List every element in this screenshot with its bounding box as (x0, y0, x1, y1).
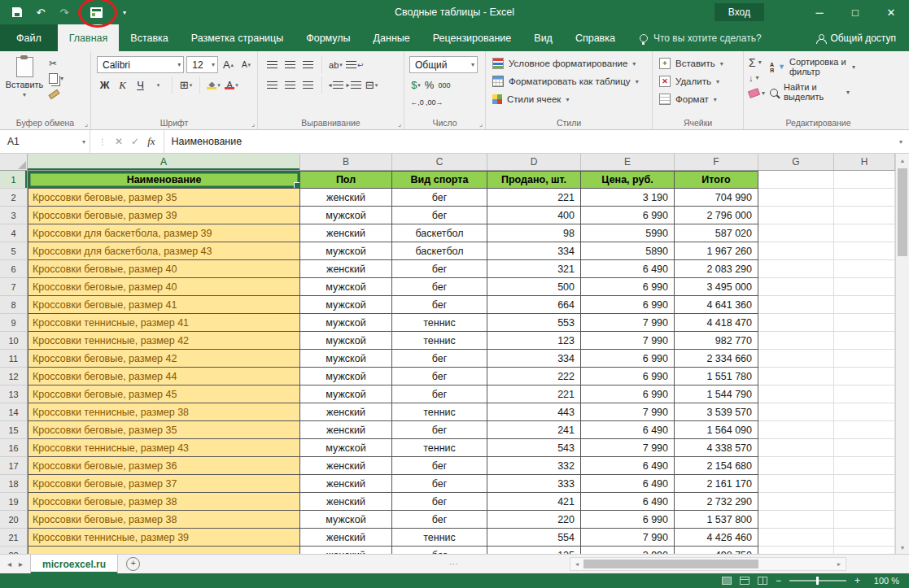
cell[interactable]: 553 (487, 314, 581, 332)
cell[interactable] (758, 421, 834, 439)
column-header-C[interactable]: C (392, 154, 487, 170)
row-number[interactable]: 12 (0, 368, 28, 385)
select-all-corner[interactable] (0, 154, 28, 170)
cell[interactable]: теннис (392, 403, 487, 421)
vertical-scroll-thumb[interactable] (898, 168, 907, 256)
cell[interactable]: Кроссовки беговые, размер 35 (28, 421, 300, 439)
cell[interactable] (758, 260, 834, 278)
cell[interactable]: Кроссовки беговые, размер 39 (28, 207, 300, 224)
decrease-decimal-button[interactable]: ,00→ (426, 94, 444, 111)
cell[interactable]: 6 990 (581, 511, 675, 529)
cell[interactable]: женский (300, 529, 392, 547)
column-header-A[interactable]: A (28, 154, 300, 170)
cell[interactable]: Кроссовки беговые, размер 40 (28, 278, 300, 296)
cell[interactable]: бег (392, 207, 487, 224)
cell[interactable]: 498 750 (675, 547, 758, 554)
cell[interactable] (758, 457, 834, 475)
formula-input[interactable]: Наименование (164, 130, 893, 153)
tab-Рецензирование[interactable]: Рецензирование (422, 24, 523, 51)
row-number[interactable]: 8 (0, 296, 28, 314)
cell[interactable] (758, 296, 834, 314)
cell[interactable]: Кроссовки беговые, размер 35 (28, 189, 300, 207)
underline-button[interactable]: Ч (133, 77, 148, 94)
cell[interactable]: женский (300, 457, 392, 475)
cell[interactable]: 2 154 680 (675, 457, 758, 475)
cell[interactable]: теннис (392, 332, 487, 350)
cell[interactable]: Кроссовки для баскетбола, размер 39 (28, 224, 300, 242)
cell[interactable] (834, 171, 895, 189)
increase-decimal-button[interactable]: ←,0 (409, 94, 425, 111)
cell[interactable]: бег (392, 511, 487, 529)
vertical-scrollbar[interactable]: ▲ ▼ (895, 154, 909, 554)
cell[interactable]: женский (300, 224, 392, 242)
align-bottom-button[interactable] (300, 57, 316, 73)
normal-view-icon[interactable] (722, 577, 732, 585)
cell[interactable] (834, 529, 895, 547)
row-number[interactable]: 14 (0, 403, 28, 421)
cell[interactable] (834, 457, 895, 475)
cell[interactable]: 7 990 (581, 403, 675, 421)
page-break-view-icon[interactable] (758, 577, 767, 585)
cell[interactable]: Кроссовки теннисные, размер 41 (28, 314, 300, 332)
cell[interactable]: мужской (300, 368, 392, 385)
row-number[interactable]: 13 (0, 385, 28, 403)
cell[interactable]: 587 020 (675, 224, 758, 242)
cell[interactable] (758, 385, 834, 403)
cell[interactable]: 220 (487, 511, 581, 529)
wrap-text-button[interactable]: ↩ (346, 57, 364, 73)
cell[interactable]: Вид спорта (392, 171, 487, 189)
cell[interactable]: мужской (300, 296, 392, 314)
confirm-entry-button[interactable]: ✓ (131, 136, 139, 147)
row-number[interactable]: 2 (0, 189, 28, 207)
cell[interactable]: бег (392, 260, 487, 278)
cell[interactable]: Кроссовки для баскетбола, размер 43 (28, 242, 300, 260)
cell[interactable]: 2 161 170 (675, 475, 758, 493)
page-layout-view-icon[interactable] (740, 577, 749, 585)
cell[interactable] (758, 547, 834, 554)
cell[interactable]: 6 990 (581, 385, 675, 403)
undo-button[interactable]: ↶ (33, 5, 48, 20)
cell[interactable] (834, 547, 895, 554)
cell[interactable]: мужской (300, 511, 392, 529)
align-center-button[interactable] (282, 77, 298, 94)
tab-Главная[interactable]: Главная (58, 24, 120, 51)
row-number[interactable]: 4 (0, 224, 28, 242)
cell[interactable]: 1 551 780 (675, 368, 758, 385)
row-number[interactable]: 22 (0, 547, 28, 554)
cell[interactable]: Наименование (28, 171, 300, 189)
save-button[interactable] (10, 5, 24, 20)
cell[interactable]: Кроссовки теннисные, размер 39 (28, 529, 300, 547)
cell[interactable]: 221 (487, 385, 581, 403)
cell[interactable]: 5890 (581, 242, 675, 260)
cell[interactable] (834, 511, 895, 529)
redo-button[interactable]: ↷ (57, 5, 72, 20)
row-number[interactable]: 20 (0, 511, 28, 529)
zoom-slider-thumb[interactable] (816, 577, 819, 585)
row-number[interactable]: 1 (0, 171, 28, 189)
sheet-nav-left-arrow[interactable]: ◂ (7, 560, 11, 568)
cell[interactable]: 6 990 (581, 350, 675, 368)
cell[interactable]: 241 (487, 421, 581, 439)
cell[interactable] (758, 224, 834, 242)
cell[interactable]: Кроссовки беговые, размер 41 (28, 296, 300, 314)
cell[interactable] (834, 350, 895, 368)
cell[interactable]: мужской (300, 278, 392, 296)
row-number[interactable]: 10 (0, 332, 28, 350)
cell[interactable]: женский (300, 189, 392, 207)
cell[interactable] (834, 439, 895, 457)
cell[interactable]: 4 338 570 (675, 439, 758, 457)
cell[interactable]: женский (300, 421, 392, 439)
cell[interactable] (758, 314, 834, 332)
cell[interactable] (758, 529, 834, 547)
cell[interactable]: теннис (392, 314, 487, 332)
cell[interactable]: 664 (487, 296, 581, 314)
cell[interactable]: 334 (487, 242, 581, 260)
cell[interactable] (758, 511, 834, 529)
cell[interactable]: женский (300, 403, 392, 421)
align-right-button[interactable] (300, 77, 316, 94)
tab-Данные[interactable]: Данные (362, 24, 422, 51)
cell[interactable]: 6 490 (581, 457, 675, 475)
cell[interactable]: теннис (392, 529, 487, 547)
align-middle-button[interactable] (282, 57, 298, 73)
cell[interactable]: 6 490 (581, 260, 675, 278)
